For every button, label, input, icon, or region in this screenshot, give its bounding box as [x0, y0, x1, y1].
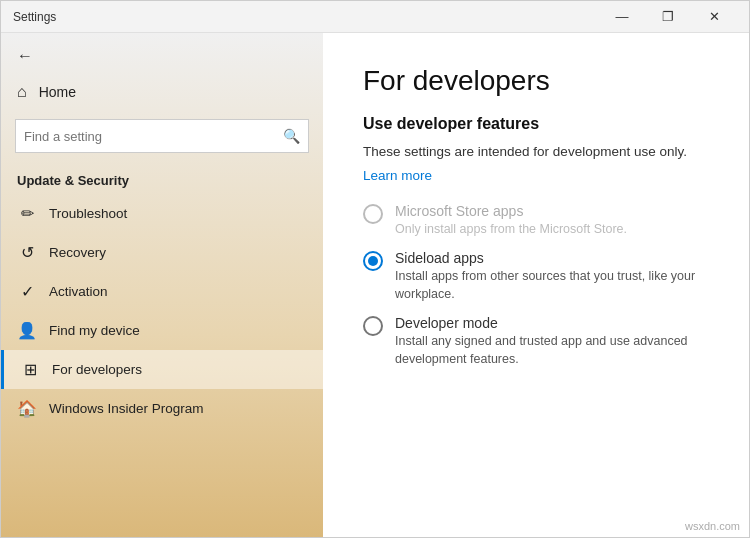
- sidebar-item-label: For developers: [52, 362, 142, 377]
- sidebar-item-label: Activation: [49, 284, 108, 299]
- sidebar: ← ⌂ Home 🔍 Update & Security ✏ Troublesh…: [1, 33, 323, 537]
- radio-desc-sideload: Install apps from other sources that you…: [395, 268, 709, 303]
- radio-content-microsoft-store: Microsoft Store apps Only install apps f…: [395, 203, 709, 239]
- maximize-button[interactable]: ❐: [645, 1, 691, 33]
- titlebar-controls: — ❐ ✕: [599, 1, 737, 33]
- search-icon: 🔍: [283, 128, 300, 144]
- radio-option-sideload[interactable]: Sideload apps Install apps from other so…: [363, 250, 709, 303]
- radio-circle-microsoft-store[interactable]: [363, 204, 383, 224]
- sidebar-item-home[interactable]: ⌂ Home: [1, 73, 323, 111]
- radio-circle-developer-mode[interactable]: [363, 316, 383, 336]
- find-device-icon: 👤: [17, 321, 37, 340]
- main-content: ← ⌂ Home 🔍 Update & Security ✏ Troublesh…: [1, 33, 749, 537]
- sidebar-section-title: Update & Security: [1, 165, 323, 194]
- back-arrow-icon: ←: [17, 47, 33, 65]
- watermark: wsxdn.com: [685, 520, 740, 532]
- learn-more-link[interactable]: Learn more: [363, 168, 432, 183]
- titlebar: Settings — ❐ ✕: [1, 1, 749, 33]
- close-button[interactable]: ✕: [691, 1, 737, 33]
- radio-label-microsoft-store: Microsoft Store apps: [395, 203, 709, 219]
- sidebar-item-windows-insider[interactable]: 🏠 Windows Insider Program: [1, 389, 323, 428]
- radio-option-developer-mode[interactable]: Developer mode Install any signed and tr…: [363, 315, 709, 368]
- recovery-icon: ↺: [17, 243, 37, 262]
- radio-label-sideload: Sideload apps: [395, 250, 709, 266]
- main-panel: For developers Use developer features Th…: [323, 33, 749, 537]
- radio-option-microsoft-store[interactable]: Microsoft Store apps Only install apps f…: [363, 203, 709, 239]
- sidebar-item-label: Windows Insider Program: [49, 401, 204, 416]
- sidebar-item-label: Troubleshoot: [49, 206, 127, 221]
- radio-desc-developer-mode: Install any signed and trusted app and u…: [395, 333, 709, 368]
- page-title: For developers: [363, 65, 709, 97]
- description-text: These settings are intended for developm…: [363, 143, 709, 162]
- minimize-button[interactable]: —: [599, 1, 645, 33]
- search-input[interactable]: [24, 129, 283, 144]
- radio-label-developer-mode: Developer mode: [395, 315, 709, 331]
- radio-content-developer-mode: Developer mode Install any signed and tr…: [395, 315, 709, 368]
- developers-icon: ⊞: [20, 360, 40, 379]
- radio-circle-sideload[interactable]: [363, 251, 383, 271]
- titlebar-title: Settings: [13, 10, 599, 24]
- sidebar-item-label: Find my device: [49, 323, 140, 338]
- section-title: Use developer features: [363, 115, 709, 133]
- troubleshoot-icon: ✏: [17, 204, 37, 223]
- settings-window: Settings — ❐ ✕ ← ⌂ Home 🔍 Update & Secur…: [0, 0, 750, 538]
- home-label: Home: [39, 84, 76, 100]
- back-button[interactable]: ←: [1, 33, 323, 73]
- sidebar-item-activation[interactable]: ✓ Activation: [1, 272, 323, 311]
- home-icon: ⌂: [17, 83, 27, 101]
- sidebar-item-recovery[interactable]: ↺ Recovery: [1, 233, 323, 272]
- search-box[interactable]: 🔍: [15, 119, 309, 153]
- sidebar-item-troubleshoot[interactable]: ✏ Troubleshoot: [1, 194, 323, 233]
- sidebar-item-label: Recovery: [49, 245, 106, 260]
- insider-icon: 🏠: [17, 399, 37, 418]
- sidebar-item-find-my-device[interactable]: 👤 Find my device: [1, 311, 323, 350]
- activation-icon: ✓: [17, 282, 37, 301]
- radio-group: Microsoft Store apps Only install apps f…: [363, 203, 709, 369]
- radio-content-sideload: Sideload apps Install apps from other so…: [395, 250, 709, 303]
- radio-desc-microsoft-store: Only install apps from the Microsoft Sto…: [395, 221, 709, 239]
- sidebar-item-for-developers[interactable]: ⊞ For developers: [1, 350, 323, 389]
